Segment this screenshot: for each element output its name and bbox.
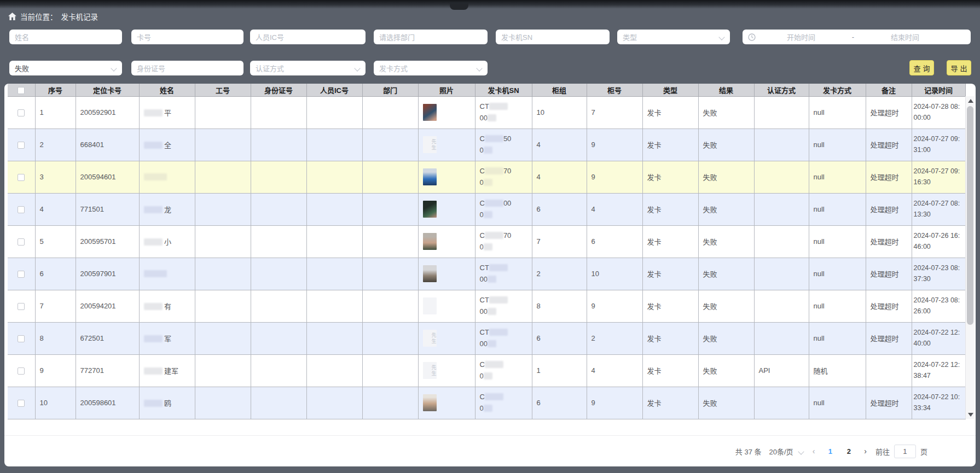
row-checkbox[interactable] xyxy=(18,206,25,213)
table-row[interactable]: 4771501 龙C00064发卡失败null处理超时2024-07-27 08… xyxy=(8,193,965,225)
row-checkbox-cell[interactable] xyxy=(8,258,35,290)
home-icon xyxy=(8,13,16,20)
row-checkbox[interactable] xyxy=(18,174,25,181)
range-separator: - xyxy=(842,33,864,41)
table-scrollbar[interactable] xyxy=(965,96,975,419)
row-checkbox-cell[interactable] xyxy=(8,96,35,129)
cell-photo xyxy=(418,193,475,225)
row-checkbox[interactable] xyxy=(18,367,25,375)
cell-dept xyxy=(362,290,418,322)
row-checkbox-cell[interactable] xyxy=(8,193,35,225)
row-checkbox[interactable] xyxy=(18,400,25,407)
cell-remark xyxy=(866,354,912,387)
cell-issue: null xyxy=(809,96,866,129)
cell-auth xyxy=(754,96,809,129)
select-all-checkbox-cell[interactable] xyxy=(8,84,35,96)
cell-photo xyxy=(418,225,475,258)
machine-sn-input[interactable]: 发卡机SN xyxy=(496,30,610,44)
row-checkbox-cell[interactable] xyxy=(8,129,35,161)
row-checkbox-cell[interactable] xyxy=(8,354,35,387)
table-row[interactable]: 2668401 全先生C50049发卡失败null处理超时2024-07-27 … xyxy=(8,129,965,161)
cell-card: 200592901 xyxy=(76,96,139,129)
row-checkbox[interactable] xyxy=(18,109,25,116)
table-row[interactable]: 5200595701 小C70076发卡失败null处理超时2024-07-26… xyxy=(8,225,965,258)
type-select[interactable]: 类型 xyxy=(617,30,730,44)
table-row[interactable]: 7200594201 有CT0089发卡失败null处理超时2024-07-23… xyxy=(8,290,965,322)
cell-photo xyxy=(418,258,475,290)
card-number-input[interactable]: 卡号 xyxy=(131,30,243,44)
table-row[interactable]: 3200594601 C70049发卡失败null处理超时2024-07-27 … xyxy=(8,161,965,193)
select-all-checkbox[interactable] xyxy=(18,87,25,94)
idcard-input[interactable]: 身份证号 xyxy=(131,61,243,75)
issue-method-select[interactable]: 发卡方式 xyxy=(374,61,488,75)
auth-method-select[interactable]: 认证方式 xyxy=(250,61,366,75)
page-size-select[interactable]: 20条/页 xyxy=(769,446,804,457)
cell-issue: null xyxy=(809,161,866,193)
cell-time: 2024-07-22 12:40:00 xyxy=(912,322,965,354)
cell-jobno xyxy=(195,161,251,193)
page-number-1[interactable]: 1 xyxy=(824,447,837,456)
person-photo xyxy=(423,201,437,218)
row-checkbox-cell[interactable] xyxy=(8,290,35,322)
cell-name: 龙 xyxy=(139,193,195,225)
column-header: 部门 xyxy=(362,84,418,96)
next-page-button[interactable]: › xyxy=(863,447,868,456)
photo-placeholder xyxy=(423,297,437,314)
browser-notch xyxy=(450,3,468,10)
row-checkbox[interactable] xyxy=(18,238,25,246)
start-time-input[interactable]: 开始时间 xyxy=(760,32,842,42)
cell-time: 2024-07-23 08:37:30 xyxy=(912,258,965,290)
cell-dept xyxy=(362,96,418,129)
cell-group: 8 xyxy=(532,290,587,322)
result-select[interactable]: 失败 xyxy=(9,61,122,75)
cell-group: 4 xyxy=(532,161,587,193)
cell-photo xyxy=(418,387,475,419)
chevron-down-icon xyxy=(477,66,482,71)
row-checkbox[interactable] xyxy=(18,271,25,278)
cell-remark: 处理超时 xyxy=(866,129,912,161)
table-row[interactable]: 10200598601 鸥C069发卡失败null处理超时2024-07-22 … xyxy=(8,387,965,419)
cell-machine-sn: CT00 xyxy=(475,322,532,354)
cell-type: 发卡 xyxy=(642,96,698,129)
scroll-up-arrow-icon[interactable] xyxy=(966,96,975,105)
cell-index: 9 xyxy=(35,354,76,387)
cell-time: 2024-07-22 10:33:34 xyxy=(912,387,965,419)
result-select-value: 失败 xyxy=(15,63,29,73)
total-count: 共 37 条 xyxy=(735,446,762,457)
page-number-2[interactable]: 2 xyxy=(842,447,855,456)
table-row[interactable]: 1200592901 平CT00107发卡失败null处理超时2024-07-2… xyxy=(8,96,965,129)
cell-group: 6 xyxy=(532,387,587,419)
issue-method-value: 发卡方式 xyxy=(379,63,408,73)
table-row[interactable]: 9772701 建军先生C014发卡失败API随机2024-07-22 12:3… xyxy=(8,354,965,387)
row-checkbox-cell[interactable] xyxy=(8,225,35,258)
table-row[interactable]: 6200597901 CT00210发卡失败null处理超时2024-07-23… xyxy=(8,258,965,290)
scroll-down-arrow-icon[interactable] xyxy=(966,410,975,419)
row-checkbox[interactable] xyxy=(18,303,25,310)
table-row[interactable]: 8672501 军先生CT0062发卡失败null处理超时2024-07-22 … xyxy=(8,322,965,354)
search-button[interactable]: 查询 xyxy=(909,60,934,75)
cell-photo xyxy=(418,161,475,193)
prev-page-button[interactable]: ‹ xyxy=(811,447,816,456)
cell-group: 6 xyxy=(532,322,587,354)
cell-idcard xyxy=(251,322,306,354)
scrollbar-thumb[interactable] xyxy=(967,106,973,325)
goto-page-input[interactable] xyxy=(894,445,916,458)
cell-photo: 先生 xyxy=(418,354,475,387)
name-input[interactable]: 姓名 xyxy=(9,30,122,44)
cell-auth xyxy=(754,290,809,322)
row-checkbox[interactable] xyxy=(18,335,25,342)
row-checkbox-cell[interactable] xyxy=(8,387,35,419)
row-checkbox-cell[interactable] xyxy=(8,161,35,193)
cell-group: 2 xyxy=(532,258,587,290)
cell-name: 平 xyxy=(139,96,195,129)
cell-type: 发卡 xyxy=(642,322,698,354)
date-range-picker[interactable]: 开始时间 - 结束时间 xyxy=(743,30,971,44)
person-ic-input[interactable]: 人员IC号 xyxy=(250,30,366,44)
column-header: 姓名 xyxy=(139,84,195,96)
row-checkbox-cell[interactable] xyxy=(8,322,35,354)
end-time-input[interactable]: 结束时间 xyxy=(864,32,946,42)
cell-name: 军 xyxy=(139,322,195,354)
department-select[interactable]: 请选择部门 xyxy=(374,30,488,44)
export-button[interactable]: 导出 xyxy=(947,60,971,75)
row-checkbox[interactable] xyxy=(18,142,25,149)
